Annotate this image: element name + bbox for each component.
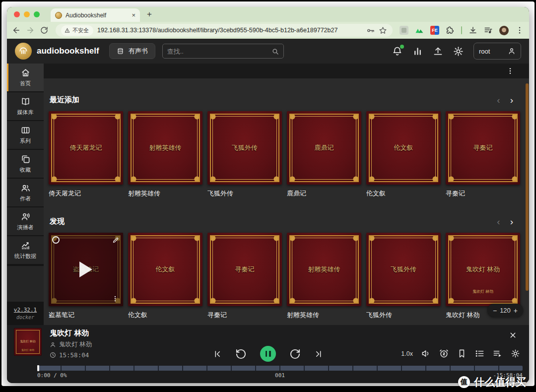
- next-chapter-icon[interactable]: [314, 349, 324, 359]
- content-scrollbar[interactable]: [526, 83, 529, 291]
- sidebar-item-narrators[interactable]: 演播者: [7, 207, 44, 235]
- card-menu-icon[interactable]: [112, 295, 119, 302]
- profile-avatar[interactable]: [499, 26, 509, 35]
- book-caption[interactable]: 射雕英雄传: [287, 311, 361, 320]
- chapters-list-icon[interactable]: [475, 349, 484, 358]
- sidebar-item-authors[interactable]: 作者: [7, 179, 44, 206]
- chevron-left-icon[interactable]: ‹: [497, 217, 500, 226]
- bookmark-icon[interactable]: [457, 349, 467, 358]
- book-cover[interactable]: 飞狐外传: [366, 233, 441, 306]
- minimize-window-button[interactable]: [24, 11, 30, 17]
- pause-button[interactable]: [260, 346, 276, 362]
- version-link[interactable]: v2.32.1: [7, 307, 44, 313]
- chevron-right-icon[interactable]: ›: [510, 95, 513, 105]
- book-cover[interactable]: 射雕英雄传: [287, 233, 361, 306]
- page-menu-icon[interactable]: [506, 67, 514, 75]
- browser-menu-icon[interactable]: [515, 26, 524, 35]
- book-card[interactable]: 寻秦记 寻秦记: [207, 233, 282, 320]
- edit-pencil-icon[interactable]: [112, 236, 120, 244]
- maximize-window-button[interactable]: [34, 11, 40, 17]
- search-icon[interactable]: [271, 48, 279, 55]
- book-caption[interactable]: 飞狐外传: [366, 311, 441, 320]
- address-bar[interactable]: 不安全 192.168.31.33:13378/audiobookshelf/l…: [56, 24, 393, 37]
- size-increase-button[interactable]: +: [514, 307, 518, 315]
- book-card-hovered[interactable]: 盗墓笔记 盗墓笔记: [49, 233, 123, 320]
- book-card[interactable]: 射雕英雄传 射雕英雄传: [287, 233, 361, 320]
- book-cover[interactable]: 盗墓笔记: [49, 233, 123, 306]
- tab-audio-list-icon[interactable]: [484, 26, 493, 35]
- extensions-puzzle-icon[interactable]: [446, 26, 455, 35]
- book-card[interactable]: 射雕英雄传 射雕英雄传: [128, 111, 202, 198]
- extension-gray-icon[interactable]: [400, 26, 408, 35]
- select-circle-icon[interactable]: [52, 236, 60, 244]
- jump-forward-icon[interactable]: [289, 348, 301, 360]
- book-caption[interactable]: 飞狐外传: [207, 189, 282, 198]
- book-caption[interactable]: 伦文叙: [128, 311, 202, 320]
- book-caption[interactable]: 射雕英雄传: [128, 189, 202, 198]
- browser-tab[interactable]: Audiobookshelf ×: [51, 8, 140, 22]
- book-cover[interactable]: 伦文叙: [128, 233, 202, 306]
- book-caption[interactable]: 伦文叙: [366, 189, 441, 198]
- chevron-right-icon[interactable]: ›: [510, 217, 513, 226]
- book-card[interactable]: 飞狐外传 飞狐外传: [207, 111, 282, 198]
- upload-icon[interactable]: [433, 46, 443, 57]
- book-cover[interactable]: 鹿鼎记: [287, 111, 361, 185]
- player-title[interactable]: 鬼吹灯 林劲: [50, 328, 92, 338]
- book-cover[interactable]: 飞狐外传: [207, 111, 282, 185]
- book-card[interactable]: 飞狐外传 飞狐外传: [366, 233, 441, 320]
- volume-icon[interactable]: [421, 349, 431, 358]
- player-close-icon[interactable]: [509, 331, 517, 339]
- book-cover[interactable]: 寻秦记: [446, 111, 520, 185]
- extension-mountains-icon[interactable]: [415, 26, 424, 35]
- play-icon[interactable]: [79, 261, 92, 277]
- book-card[interactable]: 寻秦记 寻秦记: [446, 111, 520, 198]
- sidebar-item-home[interactable]: 首页: [7, 64, 44, 91]
- book-card[interactable]: 伦文叙 伦文叙: [128, 233, 202, 320]
- book-caption[interactable]: 倚天屠龙记: [49, 189, 123, 198]
- url-text[interactable]: 192.168.31.33:13378/audiobookshelf/libra…: [97, 27, 362, 34]
- sidebar-item-series[interactable]: 系列: [7, 121, 44, 149]
- book-caption[interactable]: 寻秦记: [446, 189, 520, 198]
- playback-speed-button[interactable]: 1.0x: [401, 350, 413, 357]
- chevron-left-icon[interactable]: ‹: [497, 95, 500, 105]
- notifications-bell-icon[interactable]: [392, 46, 402, 57]
- size-decrease-button[interactable]: −: [493, 307, 497, 315]
- search-input[interactable]: [167, 48, 268, 55]
- audiobookshelf-logo-icon[interactable]: [15, 43, 32, 60]
- back-icon[interactable]: [12, 26, 21, 35]
- book-card[interactable]: 倚天屠龙记 倚天屠龙记: [49, 111, 123, 198]
- jump-backwards-icon[interactable]: [235, 348, 247, 360]
- book-cover[interactable]: 鬼吹灯 林劲 鬼吹灯 林劲: [446, 233, 520, 306]
- player-settings-icon[interactable]: [511, 349, 520, 358]
- tab-close-button[interactable]: ×: [132, 11, 135, 19]
- book-caption[interactable]: 盗墓笔记: [49, 311, 123, 320]
- player-progress-track[interactable]: [37, 366, 523, 371]
- player-cover-thumbnail[interactable]: 鬼吹灯 林劲 鬼吹灯 林劲: [14, 328, 42, 356]
- new-tab-button[interactable]: +: [147, 9, 152, 19]
- sidebar-item-library[interactable]: 媒体库: [7, 92, 44, 120]
- stats-bars-icon[interactable]: [412, 46, 423, 57]
- sleep-timer-icon[interactable]: [439, 349, 449, 358]
- previous-chapter-icon[interactable]: [212, 349, 222, 359]
- downloads-icon[interactable]: [469, 26, 477, 35]
- extension-fe-icon[interactable]: FE: [430, 26, 439, 35]
- close-window-button[interactable]: [14, 11, 20, 17]
- book-cover[interactable]: 射雕英雄传: [128, 111, 202, 185]
- book-cover[interactable]: 倚天屠龙记: [49, 111, 123, 185]
- security-chip[interactable]: 不安全: [61, 25, 93, 36]
- book-cover[interactable]: 寻秦记: [207, 233, 282, 306]
- sidebar-item-stats[interactable]: 统计数据: [7, 236, 44, 264]
- queue-icon[interactable]: [493, 349, 502, 358]
- passkey-icon[interactable]: [366, 26, 375, 35]
- book-card[interactable]: 伦文叙 伦文叙: [366, 111, 441, 198]
- bookmark-star-icon[interactable]: [379, 26, 387, 35]
- player-author-line[interactable]: 鬼吹灯 林劲: [50, 340, 92, 349]
- book-cover[interactable]: 伦文叙: [366, 111, 441, 185]
- settings-gear-icon[interactable]: [453, 46, 464, 57]
- sidebar-item-collections[interactable]: 收藏: [7, 150, 44, 178]
- reload-icon[interactable]: [40, 26, 49, 35]
- forward-icon[interactable]: [26, 26, 35, 35]
- book-caption[interactable]: 鹿鼎记: [287, 189, 361, 198]
- book-caption[interactable]: 寻秦记: [207, 311, 282, 320]
- user-menu-button[interactable]: root: [473, 43, 521, 60]
